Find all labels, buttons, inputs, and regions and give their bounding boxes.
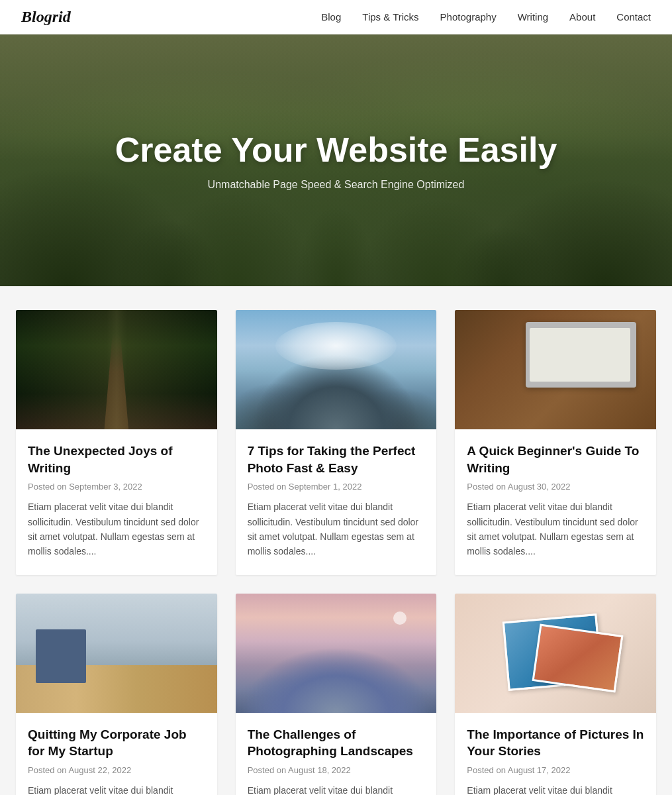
card-title-1[interactable]: The Unexpected Joys of Writing bbox=[28, 443, 205, 476]
blog-card-3[interactable]: A Quick Beginner's Guide To Writing Post… bbox=[455, 310, 656, 575]
hero-title: Create Your Website Easily bbox=[115, 130, 557, 170]
navbar: Blogrid BlogTips & TricksPhotographyWrit… bbox=[0, 0, 672, 34]
card-excerpt-6: Etiam placerat velit vitae dui blandit s… bbox=[467, 783, 644, 795]
card-date-3: Posted on August 30, 2022 bbox=[467, 482, 644, 492]
blog-card-1[interactable]: The Unexpected Joys of Writing Posted on… bbox=[16, 310, 217, 575]
card-title-6[interactable]: The Importance of Pictures In Your Stori… bbox=[467, 726, 644, 760]
card-excerpt-4: Etiam placerat velit vitae dui blandit s… bbox=[28, 783, 205, 795]
card-image-3 bbox=[455, 310, 656, 429]
card-image-4 bbox=[16, 594, 217, 713]
card-excerpt-3: Etiam placerat velit vitae dui blandit s… bbox=[467, 500, 644, 559]
blog-card-2[interactable]: 7 Tips for Taking the Perfect Photo Fast… bbox=[236, 310, 437, 575]
card-image-1 bbox=[16, 310, 217, 429]
card-image-placeholder-1 bbox=[16, 310, 217, 429]
card-image-6 bbox=[455, 594, 656, 713]
blog-section: The Unexpected Joys of Writing Posted on… bbox=[0, 286, 672, 795]
card-date-5: Posted on August 18, 2022 bbox=[248, 765, 425, 775]
card-body-5: The Challenges of Photographing Landscap… bbox=[236, 713, 437, 795]
card-excerpt-2: Etiam placerat velit vitae dui blandit s… bbox=[248, 500, 425, 559]
card-body-4: Quitting My Corporate Job for My Startup… bbox=[16, 713, 217, 795]
site-logo[interactable]: Blogrid bbox=[21, 8, 71, 26]
card-title-3[interactable]: A Quick Beginner's Guide To Writing bbox=[467, 443, 644, 476]
card-image-placeholder-6 bbox=[455, 594, 656, 713]
card-date-1: Posted on September 3, 2022 bbox=[28, 482, 205, 492]
card-image-placeholder-2 bbox=[236, 310, 437, 429]
card-date-2: Posted on September 1, 2022 bbox=[248, 482, 425, 492]
card-image-placeholder-4 bbox=[16, 594, 217, 713]
nav-link-writing[interactable]: Writing bbox=[518, 11, 548, 23]
card-title-5[interactable]: The Challenges of Photographing Landscap… bbox=[248, 726, 425, 760]
card-image-5 bbox=[236, 594, 437, 713]
card-date-4: Posted on August 22, 2022 bbox=[28, 765, 205, 775]
blog-card-6[interactable]: The Importance of Pictures In Your Stori… bbox=[455, 594, 656, 795]
card-image-placeholder-3 bbox=[455, 310, 656, 429]
nav-link-contact[interactable]: Contact bbox=[616, 11, 651, 23]
card-title-2[interactable]: 7 Tips for Taking the Perfect Photo Fast… bbox=[248, 443, 425, 476]
card-image-2 bbox=[236, 310, 437, 429]
blog-card-5[interactable]: The Challenges of Photographing Landscap… bbox=[236, 594, 437, 795]
hero-section: Create Your Website Easily Unmatchable P… bbox=[0, 34, 672, 286]
card-image-placeholder-5 bbox=[236, 594, 437, 713]
card-excerpt-5: Etiam placerat velit vitae dui blandit s… bbox=[248, 783, 425, 795]
card-date-6: Posted on August 17, 2022 bbox=[467, 765, 644, 775]
card-title-4[interactable]: Quitting My Corporate Job for My Startup bbox=[28, 726, 205, 760]
card-body-1: The Unexpected Joys of Writing Posted on… bbox=[16, 429, 217, 575]
card-body-3: A Quick Beginner's Guide To Writing Post… bbox=[455, 429, 656, 575]
blog-grid: The Unexpected Joys of Writing Posted on… bbox=[16, 310, 656, 795]
card-body-2: 7 Tips for Taking the Perfect Photo Fast… bbox=[236, 429, 437, 575]
nav-link-photography[interactable]: Photography bbox=[440, 11, 497, 23]
nav-link-about[interactable]: About bbox=[569, 11, 595, 23]
card-body-6: The Importance of Pictures In Your Stori… bbox=[455, 713, 656, 795]
nav-link-tips-and-tricks[interactable]: Tips & Tricks bbox=[362, 11, 418, 23]
card-excerpt-1: Etiam placerat velit vitae dui blandit s… bbox=[28, 500, 205, 559]
hero-content: Create Your Website Easily Unmatchable P… bbox=[115, 130, 557, 191]
hero-subtitle: Unmatchable Page Speed & Search Engine O… bbox=[115, 179, 557, 191]
blog-card-4[interactable]: Quitting My Corporate Job for My Startup… bbox=[16, 594, 217, 795]
nav-links: BlogTips & TricksPhotographyWritingAbout… bbox=[321, 11, 651, 23]
nav-link-blog[interactable]: Blog bbox=[321, 11, 341, 23]
